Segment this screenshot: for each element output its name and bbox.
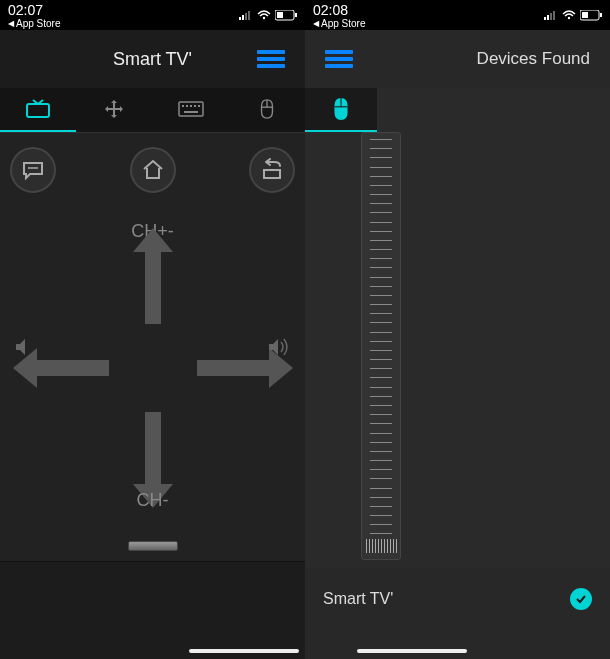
svg-rect-6: [277, 12, 283, 18]
remote-screen: 02:07 ◀ App Store Smart TV': [0, 0, 305, 659]
svg-rect-9: [179, 102, 203, 116]
svg-rect-13: [194, 105, 196, 107]
battery-icon: [275, 10, 297, 21]
selected-check-icon: [570, 588, 592, 610]
svg-rect-20: [547, 15, 549, 20]
mute-icon[interactable]: [14, 337, 34, 357]
back-to-app-store[interactable]: ◀ App Store: [313, 18, 365, 29]
back-to-app-store[interactable]: ◀ App Store: [8, 18, 60, 29]
device-name: Smart TV': [323, 590, 393, 608]
svg-rect-3: [248, 11, 250, 20]
home-indicator[interactable]: [189, 649, 299, 653]
page-title: Smart TV': [113, 49, 192, 70]
home-button[interactable]: [130, 147, 176, 193]
devices-screen: 02:08 ◀ App Store Devices Found: [305, 0, 610, 659]
menu-button[interactable]: [325, 47, 353, 71]
signal-icon: [239, 10, 253, 20]
back-button[interactable]: [249, 147, 295, 193]
status-bar: 02:08 ◀ App Store: [305, 0, 610, 30]
tab-mouse[interactable]: [305, 88, 377, 132]
svg-rect-0: [239, 17, 241, 20]
svg-point-23: [568, 17, 570, 19]
status-indicators: [544, 10, 602, 21]
dpad: [13, 228, 293, 508]
svg-rect-25: [582, 12, 588, 18]
volume-icon[interactable]: [267, 337, 291, 357]
device-list: Smart TV': [305, 568, 610, 630]
channel-up-button[interactable]: [133, 228, 173, 324]
header: Smart TV': [0, 30, 305, 88]
signal-icon: [544, 10, 558, 20]
status-time: 02:07: [8, 2, 60, 18]
status-indicators: [239, 10, 297, 21]
header: Devices Found: [305, 30, 610, 88]
tab-move[interactable]: [76, 88, 152, 132]
wifi-icon: [562, 10, 576, 20]
home-indicator[interactable]: [357, 649, 467, 653]
svg-rect-15: [184, 111, 198, 113]
svg-rect-14: [198, 105, 200, 107]
battery-icon: [580, 10, 602, 21]
scroll-slider[interactable]: [361, 132, 401, 560]
svg-rect-12: [190, 105, 192, 107]
menu-button[interactable]: [257, 47, 285, 71]
svg-rect-11: [186, 105, 188, 107]
mode-tabs: [0, 88, 305, 132]
svg-rect-21: [550, 13, 552, 20]
svg-rect-10: [182, 105, 184, 107]
device-item[interactable]: Smart TV': [305, 576, 610, 622]
wifi-icon: [257, 10, 271, 20]
message-button[interactable]: [10, 147, 56, 193]
tab-mouse[interactable]: [229, 88, 305, 132]
svg-rect-1: [242, 15, 244, 20]
channel-down-label: CH-: [137, 490, 169, 511]
svg-rect-19: [544, 17, 546, 20]
tab-tv[interactable]: [0, 88, 76, 132]
svg-rect-22: [553, 11, 555, 20]
page-title: Devices Found: [477, 49, 590, 69]
svg-rect-26: [600, 13, 602, 17]
remote-control-pad: CH+- CH-: [0, 132, 305, 562]
svg-rect-7: [295, 13, 297, 17]
svg-rect-2: [245, 13, 247, 20]
mouse-panel: [305, 88, 610, 568]
svg-rect-8: [27, 104, 49, 117]
tab-keyboard[interactable]: [153, 88, 229, 132]
svg-point-4: [263, 17, 265, 19]
status-bar: 02:07 ◀ App Store: [0, 0, 305, 30]
drag-handle[interactable]: [128, 541, 178, 551]
status-time: 02:08: [313, 2, 365, 18]
